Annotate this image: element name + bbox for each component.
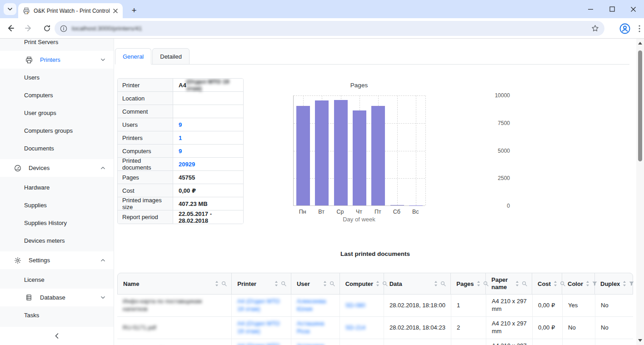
printer-link[interactable]: A4 (Отдел МТО 19 этаж) — [237, 298, 285, 313]
sort-icon[interactable] — [477, 281, 480, 286]
sort-icon[interactable] — [554, 281, 557, 286]
sidebar-collapse-button[interactable] — [0, 327, 114, 345]
computer-link[interactable]: SD-214 — [345, 324, 365, 332]
search-icon[interactable] — [440, 281, 446, 286]
chevron-down-icon — [100, 295, 105, 300]
document-row[interactable]: Инфо-карта по поставщикам напитков A4 (О… — [117, 295, 633, 317]
column-header-pages[interactable]: Pages — [451, 273, 486, 294]
column-header-name[interactable]: Name — [118, 273, 232, 294]
sidebar-item-supplies-history[interactable]: Supplies History — [0, 214, 114, 232]
filter-icon[interactable] — [629, 281, 634, 286]
browser-tab[interactable]: O&K Print Watch - Print Control — [18, 3, 123, 18]
computers-count-link[interactable]: 9 — [173, 145, 243, 157]
printers-count-link[interactable]: 1 — [173, 131, 243, 144]
column-header-user[interactable]: User — [291, 273, 340, 294]
printed-documents-link[interactable]: 20929 — [173, 158, 243, 170]
sort-icon[interactable] — [434, 281, 438, 286]
x-tick-label: Сб — [393, 209, 400, 215]
sidebar: Print Servers Printers Users Computers U… — [0, 39, 114, 345]
profile-avatar-icon[interactable] — [619, 23, 630, 34]
printer-favicon-icon — [23, 7, 30, 15]
bookmark-star-icon[interactable] — [591, 25, 599, 32]
column-header-duplex[interactable]: Duplex — [595, 273, 633, 294]
close-window-button[interactable] — [623, 0, 644, 18]
chevron-up-icon — [100, 165, 105, 170]
tab-search-button[interactable] — [4, 3, 16, 15]
column-header-cost[interactable]: Cost — [532, 273, 562, 294]
y-tick-label: 10000 — [483, 92, 510, 99]
search-icon[interactable] — [329, 281, 335, 286]
page-scrollbar[interactable] — [636, 39, 644, 345]
sidebar-item-computers-groups[interactable]: Computers groups — [0, 122, 114, 140]
sidebar-item-user-groups[interactable]: User groups — [0, 104, 114, 122]
sort-icon[interactable] — [515, 281, 519, 286]
sidebar-item-print-servers[interactable]: Print Servers — [0, 39, 114, 51]
scroll-up-icon[interactable] — [636, 40, 644, 47]
sidebar-item-users[interactable]: Users — [0, 69, 114, 86]
printer-link[interactable]: A4 (Отдел МТО 19 этаж) — [237, 320, 285, 335]
new-tab-button[interactable]: + — [128, 5, 140, 16]
sidebar-item-hardware[interactable]: Hardware — [0, 179, 114, 196]
tab-general[interactable]: General — [115, 48, 151, 65]
view-tabs: General Detailed — [115, 48, 629, 65]
sidebar-item-database[interactable]: Database — [0, 289, 114, 306]
bar-Пн — [296, 106, 310, 205]
gear-icon — [14, 256, 21, 264]
sort-icon[interactable] — [275, 281, 278, 286]
sidebar-item-settings[interactable]: Settings — [0, 251, 114, 269]
sidebar-item-tasks[interactable]: Tasks — [0, 306, 114, 324]
url-text[interactable]: localhost:3000/printers/41 — [72, 25, 591, 32]
computer-link[interactable]: SD-080 — [345, 302, 365, 310]
prop-cost: Cost 0,00 ₽ — [118, 184, 243, 197]
tab-detailed[interactable]: Detailed — [152, 48, 190, 65]
sidebar-item-devices-meters[interactable]: Devices meters — [0, 232, 114, 250]
sidebar-item-devices[interactable]: Devices — [0, 159, 114, 177]
column-header-paper-name[interactable]: Paper name — [486, 273, 532, 294]
search-icon[interactable] — [522, 281, 527, 286]
column-header-color[interactable]: Color — [562, 273, 595, 294]
site-info-icon[interactable] — [60, 25, 67, 32]
y-tick-label: 0 — [483, 203, 510, 209]
user-link[interactable]: Асташина Роза — [297, 320, 334, 335]
sort-icon[interactable] — [623, 281, 626, 286]
search-icon[interactable] — [281, 281, 286, 286]
prop-printer: Printer A4 (Отдел МТО 19 этаж) — [118, 79, 243, 92]
back-button[interactable] — [3, 20, 18, 36]
document-name: RU-5171.pdf — [123, 324, 156, 332]
tab-close-icon[interactable] — [112, 7, 119, 15]
users-count-link[interactable]: 9 — [173, 118, 243, 131]
sort-icon[interactable] — [323, 281, 327, 286]
sidebar-item-supplies[interactable]: Supplies — [0, 196, 114, 214]
prop-comment: Comment — [118, 105, 243, 118]
sidebar-item-documents[interactable]: Documents — [0, 140, 114, 157]
printer-link[interactable]: A4 (Отдел МТО 19 этаж) — [237, 342, 285, 345]
user-link[interactable]: Алексеева Юлия — [297, 298, 334, 313]
reload-button[interactable] — [39, 20, 55, 36]
document-color: No — [568, 324, 576, 332]
minimize-button[interactable] — [580, 0, 601, 18]
scrollbar-thumb[interactable] — [638, 50, 642, 161]
maximize-button[interactable] — [601, 0, 623, 18]
column-header-computer[interactable]: Computer — [340, 273, 384, 294]
documents-section-title: Last printed documents — [114, 250, 636, 257]
sidebar-item-computers[interactable]: Computers — [0, 86, 114, 104]
user-link[interactable]: Асташина Роза — [297, 342, 334, 345]
document-date: 28.02.2018, 18:04:23 — [389, 324, 445, 332]
column-header-printer[interactable]: Printer — [232, 273, 291, 294]
forward-button[interactable] — [21, 20, 36, 36]
column-header-data[interactable]: Data — [384, 273, 451, 294]
scroll-down-icon[interactable] — [636, 337, 644, 344]
sort-icon[interactable] — [215, 281, 219, 286]
document-row[interactable]: RU-5171.pdf A4 (Отдел МТО 19 этаж) Асташ… — [117, 317, 633, 339]
sidebar-item-license[interactable]: License — [0, 271, 114, 289]
sort-icon[interactable] — [586, 281, 589, 286]
x-tick-label: Чт — [356, 209, 362, 215]
documents-table: Name Printer User Computer Data Pages Pa… — [117, 273, 633, 345]
url-bar[interactable]: localhost:3000/printers/41 — [55, 21, 604, 36]
sidebar-item-printers[interactable]: Printers — [0, 51, 114, 69]
sort-icon[interactable] — [376, 281, 379, 286]
document-row[interactable]: 1443-копия МТФ 19 A4 (Отдел МТО 19 этаж)… — [117, 339, 633, 345]
menu-dots-icon[interactable] — [639, 25, 640, 32]
search-icon[interactable] — [221, 281, 227, 286]
prop-printed-documents: Printed documents 20929 — [118, 158, 243, 171]
